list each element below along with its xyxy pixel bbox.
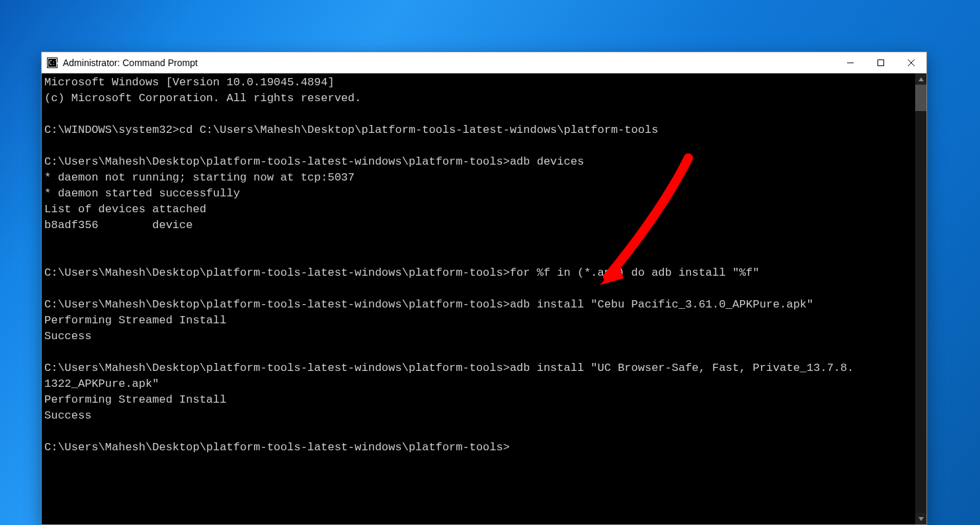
terminal-line: C:\WINDOWS\system32>cd C:\Users\Mahesh\D… — [44, 122, 915, 138]
svg-rect-5 — [878, 60, 884, 66]
terminal-line — [44, 138, 915, 154]
minimize-button[interactable] — [835, 52, 866, 73]
terminal-output[interactable]: Microsoft Windows [Version 10.0.19045.48… — [42, 73, 915, 524]
terminal-line: (c) Microsoft Corporation. All rights re… — [44, 91, 915, 106]
scroll-down-arrow-icon[interactable] — [915, 513, 926, 524]
window-controls — [835, 52, 926, 73]
maximize-button[interactable] — [866, 52, 896, 73]
terminal-line: C:\Users\Mahesh\Desktop\platform-tools-l… — [44, 297, 915, 313]
terminal-line — [44, 344, 915, 360]
cmd-icon: C:\ — [47, 58, 58, 68]
terminal-line: 1322_APKPure.apk" — [44, 376, 915, 392]
terminal-line: C:\Users\Mahesh\Desktop\platform-tools-l… — [44, 440, 915, 456]
terminal-line: Success — [44, 329, 915, 344]
terminal-line — [44, 249, 915, 265]
close-button[interactable] — [896, 52, 926, 73]
terminal-line: * daemon not running; starting now at tc… — [44, 170, 915, 186]
terminal-line: C:\Users\Mahesh\Desktop\platform-tools-l… — [44, 360, 915, 376]
vertical-scrollbar[interactable] — [915, 73, 926, 524]
scroll-up-arrow-icon[interactable] — [915, 73, 926, 85]
terminal-line: b8adf356 device — [44, 218, 915, 233]
terminal-line — [44, 424, 915, 440]
terminal-line: Performing Streamed Install — [44, 313, 915, 329]
terminal-line: * daemon started successfully — [44, 186, 915, 202]
terminal-line — [44, 106, 915, 122]
svg-text:C:\: C:\ — [49, 60, 58, 66]
terminal-line: Microsoft Windows [Version 10.0.19045.48… — [44, 75, 915, 91]
terminal-line — [44, 281, 915, 297]
terminal-line: Performing Streamed Install — [44, 392, 915, 408]
terminal-line: C:\Users\Mahesh\Desktop\platform-tools-l… — [44, 154, 915, 170]
window-titlebar[interactable]: C:\ Administrator: Command Prompt — [42, 52, 926, 73]
scroll-thumb[interactable] — [915, 85, 926, 111]
scroll-track[interactable] — [915, 85, 926, 513]
command-prompt-window: C:\ Administrator: Command Prompt Micros… — [41, 52, 927, 525]
terminal-line: Success — [44, 408, 915, 424]
window-title: Administrator: Command Prompt — [63, 58, 835, 68]
terminal-container: Microsoft Windows [Version 10.0.19045.48… — [42, 73, 926, 524]
terminal-line — [44, 233, 915, 249]
terminal-line: List of devices attached — [44, 202, 915, 218]
terminal-line: C:\Users\Mahesh\Desktop\platform-tools-l… — [44, 265, 915, 281]
